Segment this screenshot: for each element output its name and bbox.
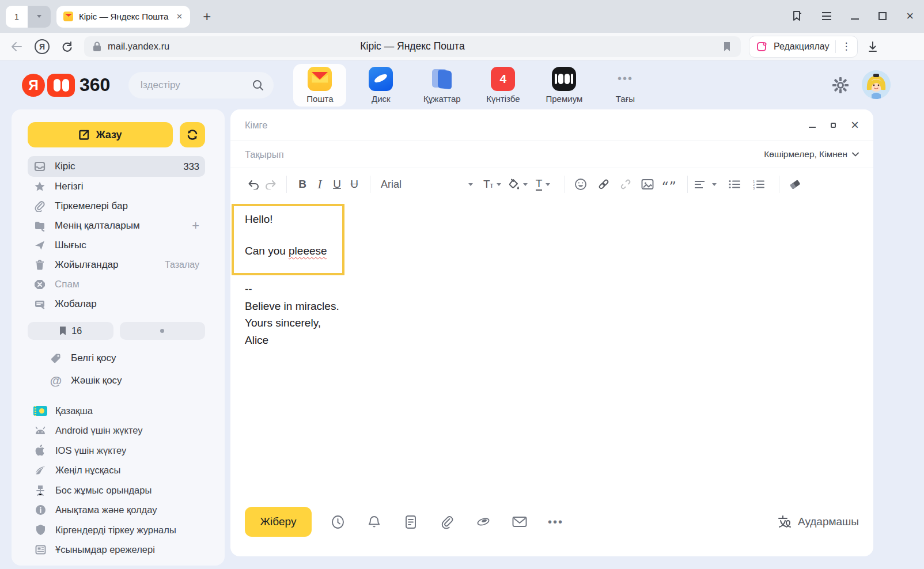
- schedule-clock-icon[interactable]: [320, 515, 356, 529]
- search-icon[interactable]: [252, 79, 264, 92]
- sidebar-item-drafts[interactable]: Жобалар: [28, 294, 205, 314]
- italic-icon[interactable]: I: [311, 175, 328, 194]
- emoji-icon[interactable]: [572, 175, 589, 194]
- eraser-icon[interactable]: [786, 175, 804, 194]
- send-button[interactable]: Жіберу: [245, 507, 312, 537]
- cc-from-toggle[interactable]: Көшірмелер, Кімнен: [764, 149, 859, 160]
- numbered-list-icon[interactable]: 123: [750, 175, 767, 194]
- tab-group-control[interactable]: 1: [6, 6, 51, 28]
- help-support-item[interactable]: Анықтама және қолдау: [28, 500, 205, 521]
- unlink-icon[interactable]: [617, 175, 634, 194]
- sidebar-item-my-folders[interactable]: Менің қалталарым +: [28, 216, 205, 236]
- reminder-bell-icon[interactable]: [356, 515, 392, 529]
- sidebar-item-primary[interactable]: Негізгі: [28, 177, 205, 196]
- dot-pill[interactable]: [120, 322, 206, 340]
- user-avatar[interactable]: [862, 70, 891, 99]
- compose-close-button[interactable]: ×: [851, 118, 859, 132]
- font-family-select[interactable]: Arial: [381, 179, 473, 191]
- edit-page-label: Редакциялау: [774, 41, 830, 52]
- vacancies-item[interactable]: Бос жұмыс орындары: [28, 480, 205, 500]
- undo-icon[interactable]: [245, 175, 262, 194]
- window-minimize-button[interactable]: [851, 18, 859, 20]
- refresh-button[interactable]: [180, 122, 205, 147]
- edit-kebab-icon[interactable]: ⋮: [842, 41, 851, 51]
- tab-group-count[interactable]: 1: [6, 6, 28, 28]
- ios-download-item[interactable]: IOS үшін жүктеу: [28, 441, 205, 461]
- bookmark-icon[interactable]: [722, 41, 732, 52]
- menu-icon[interactable]: [822, 12, 831, 20]
- reload-icon[interactable]: [59, 41, 76, 52]
- light-version-item[interactable]: Жеңіл нұсқасы: [28, 461, 205, 481]
- news-doc-icon: [33, 544, 47, 555]
- insert-image-icon[interactable]: [639, 175, 656, 194]
- tab-close-icon[interactable]: ×: [176, 11, 182, 22]
- spam-icon: [33, 279, 46, 290]
- compose-label: Жазу: [96, 129, 122, 141]
- compose-button[interactable]: Жазу: [28, 122, 173, 147]
- app-premium[interactable]: Премиум: [537, 64, 590, 107]
- address-field[interactable]: mail.yandex.ru Кіріс — Яндекс Пошта: [84, 36, 741, 57]
- back-icon[interactable]: [8, 41, 25, 52]
- android-download-item[interactable]: Android үшін жүктеу: [28, 421, 205, 441]
- template-note-icon[interactable]: [392, 515, 429, 529]
- strikethrough-icon[interactable]: U: [346, 175, 363, 194]
- app-disk[interactable]: Диск: [354, 64, 407, 107]
- font-size-select[interactable]: Tт: [483, 175, 501, 194]
- panels-icon[interactable]: [792, 10, 802, 22]
- link-icon[interactable]: [595, 175, 612, 194]
- subject-field[interactable]: Тақырып Көшірмелер, Кімнен: [230, 141, 873, 168]
- attach-paperclip-icon[interactable]: [429, 515, 465, 529]
- tab-group-chevron-icon[interactable]: [28, 6, 51, 28]
- sidebar-item-with-attachments[interactable]: Тіркемелері бар: [28, 196, 205, 216]
- bold-icon[interactable]: B: [294, 175, 311, 194]
- redo-icon[interactable]: [262, 175, 279, 194]
- new-tab-button[interactable]: +: [197, 7, 217, 26]
- compose-restore-button[interactable]: [831, 123, 836, 128]
- sidebar-item-inbox[interactable]: Кіріс 333: [28, 156, 205, 177]
- sidebar-item-trash[interactable]: Жойылғандар Тазалау: [28, 255, 205, 275]
- search-input[interactable]: Іздестіру: [128, 72, 274, 98]
- envelope-icon[interactable]: [501, 516, 537, 528]
- translator-button[interactable]: Аудармашы: [777, 514, 859, 529]
- recommendation-rules-item[interactable]: Ұсынымдар ережелері: [28, 540, 205, 560]
- message-body[interactable]: Hello! Can you pleeese -- Believe in mir…: [230, 200, 873, 348]
- sidebar-item-sent[interactable]: Шығыс: [28, 236, 205, 255]
- settings-gear-icon[interactable]: [832, 77, 849, 94]
- add-mailbox-item[interactable]: @ Жәшік қосу: [28, 369, 205, 392]
- app-docs[interactable]: Құжаттар: [415, 64, 468, 107]
- more-options-icon[interactable]: •••: [537, 515, 574, 529]
- app-calendar[interactable]: 4 Күнтізбе: [476, 64, 529, 107]
- add-folder-icon[interactable]: +: [192, 219, 199, 232]
- bullet-list-icon[interactable]: [726, 175, 743, 194]
- sidebar-item-spam[interactable]: Спам: [28, 275, 205, 294]
- disk-app-icon: [369, 67, 393, 91]
- yandex-disk-icon[interactable]: [465, 515, 501, 529]
- compose-bottom-bar: Жіберу •••: [245, 507, 859, 537]
- info-icon: [33, 504, 47, 515]
- downloads-icon[interactable]: [867, 41, 878, 52]
- blockquote-icon[interactable]: “”: [661, 178, 678, 196]
- compose-minimize-button[interactable]: [809, 127, 816, 128]
- add-label-item[interactable]: Белгі қосу: [28, 347, 205, 369]
- yandex-360-logo[interactable]: Я 360: [22, 74, 110, 97]
- active-tab[interactable]: Кіріс — Яндекс Пошта ×: [56, 6, 190, 28]
- app-header: Я 360 Іздестіру Пошта Диск Құжаттар: [0, 60, 924, 109]
- signature-line: Yours sincerely,: [245, 314, 859, 332]
- to-field[interactable]: Кімге ×: [230, 109, 873, 141]
- highlight-color-select[interactable]: [508, 175, 528, 194]
- bookmark-counter-pill[interactable]: 16: [28, 322, 113, 340]
- app-more[interactable]: ••• Тағы: [599, 64, 652, 107]
- clear-trash-link[interactable]: Тазалау: [165, 260, 199, 270]
- misspelled-word[interactable]: pleeese: [289, 245, 327, 257]
- underline-icon[interactable]: U: [328, 175, 346, 194]
- align-select[interactable]: [695, 175, 717, 194]
- yandex-browser-icon[interactable]: Я: [33, 39, 51, 54]
- window-close-button[interactable]: ×: [906, 10, 914, 22]
- window-maximize-button[interactable]: [878, 12, 887, 20]
- login-journal-item[interactable]: Кіргендерді тіркеу журналы: [28, 520, 205, 540]
- edit-page-button[interactable]: Редакциялау ⋮: [749, 36, 858, 58]
- paint-bucket-icon: [508, 179, 520, 190]
- language-item[interactable]: Қазақша: [28, 401, 205, 421]
- text-color-select[interactable]: T: [535, 175, 552, 194]
- app-mail[interactable]: Пошта: [293, 64, 346, 107]
